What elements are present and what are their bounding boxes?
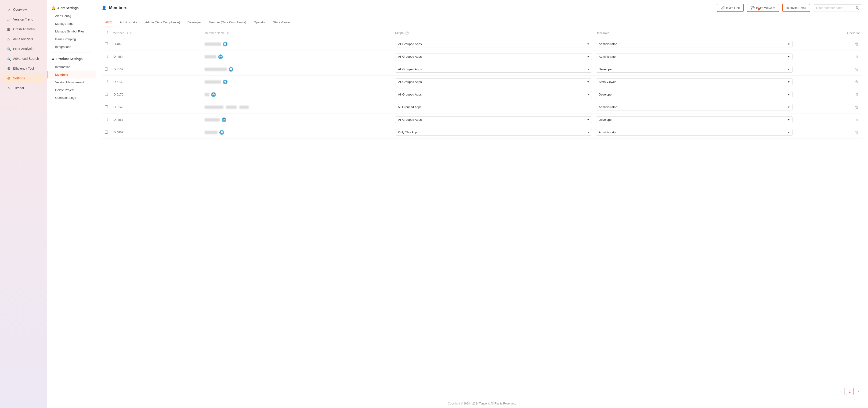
row-member-name: 💬 [203,38,393,50]
wecom-chat-icon: 💬 [211,92,216,97]
delete-btn-4[interactable]: 🗑 [853,92,861,97]
delete-btn-2[interactable]: 🗑 [853,66,861,72]
scope-dropdown-6[interactable]: All Grouped Apps▾ [395,116,592,123]
col-scope: Scope ? [393,28,594,38]
sub-item-integrations[interactable]: Integrations [47,43,96,51]
row-checkbox-5[interactable] [105,105,108,108]
version-trend-icon: 📈 [6,17,11,22]
role-dropdown-0[interactable]: Administrator▾ [596,41,793,47]
col-member-id: Member ID ⇅ [111,28,203,38]
header-actions: 🔗 Invite Link 💬 Invite WeCom ✉ Invite Em… [717,4,862,12]
role-dropdown-2[interactable]: Developer▾ [596,66,793,73]
scope-dropdown-3[interactable]: All Grouped Apps▾ [395,78,592,85]
member-search-input[interactable] [816,6,854,9]
role-dropdown-6[interactable]: Developer▾ [596,116,793,123]
sub-item-issue-grouping[interactable]: Issue Grouping [47,35,96,43]
next-page-btn[interactable]: › [855,388,862,395]
sidebar-collapse-btn[interactable]: « [0,395,47,403]
table-row: ID 4867 💬 Only This App▾ Administrator▾ … [101,126,862,139]
tab-member-data[interactable]: Member (Data Compliance) [205,19,250,26]
row-operation: 🗑 [795,63,862,76]
sidebar-item-anr-analysis[interactable]: ⚠ ANR Analysis [2,35,45,43]
row-member-id: ID 4884 [111,50,203,63]
members-icon: 👤 [101,5,106,10]
delete-btn-6[interactable]: 🗑 [853,117,861,123]
row-member-id: ID 5137 [111,63,203,76]
role-dropdown-4[interactable]: Developer▾ [596,91,793,98]
row-checkbox-cell [101,50,111,63]
sidebar-item-version-trend[interactable]: 📈 Version Trend [2,15,45,24]
row-operation: 🗑 [795,113,862,126]
row-member-id: ID 5139 [111,76,203,88]
select-all-checkbox[interactable] [105,31,108,34]
sub-item-alert-config[interactable]: Alert Config [47,12,96,20]
table-row: ID 4884 💬 All Grouped Apps▾ Administrato… [101,50,862,63]
delete-btn-3[interactable]: 🗑 [853,79,861,85]
tab-stats-viewer[interactable]: Stats Viewer [269,19,294,26]
role-dropdown-5[interactable]: Administrator▾ [596,104,793,110]
tab-administrator[interactable]: Administrator [116,19,142,26]
col-checkbox [101,28,111,38]
scope-dropdown-1[interactable]: All Grouped Apps▾ [395,53,592,60]
row-scope: All Grouped Apps▾ [393,50,594,63]
row-scope: All Grouped Apps [393,101,594,113]
row-checkbox-2[interactable] [105,67,108,71]
sub-item-manage-tags[interactable]: Manage Tags [47,20,96,28]
sidebar-item-efficiency-tool[interactable]: ⚙ Efficiency Tool [2,64,45,73]
role-dropdown-7[interactable]: Administrator▾ [596,129,793,136]
current-page-btn[interactable]: 1 [846,388,854,395]
delete-btn-0[interactable]: 🗑 [853,41,861,47]
role-dropdown-1[interactable]: Administrator▾ [596,53,793,60]
anr-icon: ⚠ [6,37,11,41]
tab-operator[interactable]: Operator [250,19,269,26]
sub-item-version-management[interactable]: Version Management [47,78,96,86]
sidebar-item-crash-analysis[interactable]: ▦ Crash Analysis [2,25,45,34]
row-operation: 🗑 [795,50,862,63]
scope-dropdown-0[interactable]: All Grouped Apps▾ [395,41,592,47]
row-checkbox-4[interactable] [105,93,108,96]
prev-page-btn[interactable]: ‹ [837,388,845,395]
sidebar-item-overview[interactable]: ○ Overview [2,5,45,14]
row-checkbox-1[interactable] [105,55,108,58]
delete-btn-5[interactable]: 🗑 [853,104,861,110]
table-row: ID 5139 💬 All Grouped Apps▾ Stats Viewer… [101,76,862,88]
tab-admin-data[interactable]: Admin (Data Compliance) [142,19,184,26]
row-checkbox-6[interactable] [105,118,108,121]
alert-settings-title: 🔔 Alert Settings [47,4,96,12]
scope-dropdown-4[interactable]: All Grouped Apps▾ [395,91,592,98]
efficiency-icon: ⚙ [6,66,11,71]
members-table: Member ID ⇅ Member Name ⇅ Scope ? User R… [101,28,862,139]
sidebar-item-tutorial[interactable]: ○ Tutorial [2,83,45,93]
invite-link-button[interactable]: 🔗 Invite Link [717,4,744,12]
sub-item-information[interactable]: Information [47,63,96,71]
scope-dropdown-2[interactable]: All Grouped Apps▾ [395,66,592,73]
row-checkbox-0[interactable] [105,42,108,45]
error-icon: 🔍 [6,47,11,51]
tab-all[interactable]: All(8) [101,19,116,26]
tab-developer[interactable]: Developer [184,19,205,26]
row-operation: 🗑 [795,101,862,113]
row-user-role: Administrator▾ [594,126,795,139]
sub-item-manage-symbol-files[interactable]: Manage Symbol Files [47,28,96,35]
row-user-role: Administrator▾ [594,38,795,50]
invite-wecom-button[interactable]: 💬 Invite WeCom [747,4,779,12]
invite-email-button[interactable]: ✉ Invite Email [782,4,810,12]
sub-item-operation-logs[interactable]: Operation Logs [47,94,96,102]
tabs-bar: All(8) Administrator Admin (Data Complia… [96,16,868,26]
row-checkbox-7[interactable] [105,131,108,134]
sidebar-item-error-analysis[interactable]: 🔍 Error Analysis [2,44,45,53]
sidebar-item-settings[interactable]: ⚙ Settings [2,74,45,83]
role-dropdown-3[interactable]: Stats Viewer▾ [596,78,793,85]
row-member-id: ID 4867 [111,126,203,139]
scope-dropdown-7[interactable]: Only This App▾ [395,129,592,136]
sub-item-delete-project[interactable]: Delete Project [47,86,96,94]
row-checkbox-3[interactable] [105,80,108,83]
alert-settings-icon: 🔔 [52,6,55,10]
sub-item-members[interactable]: Members [47,71,96,78]
row-checkbox-cell [101,88,111,101]
delete-btn-7[interactable]: 🗑 [853,129,861,135]
delete-btn-1[interactable]: 🗑 [853,54,861,60]
sidebar-item-advanced-search[interactable]: 🔍 Advanced Search [2,54,45,63]
link-icon: 🔗 [721,6,725,9]
overview-icon: ○ [6,7,11,12]
